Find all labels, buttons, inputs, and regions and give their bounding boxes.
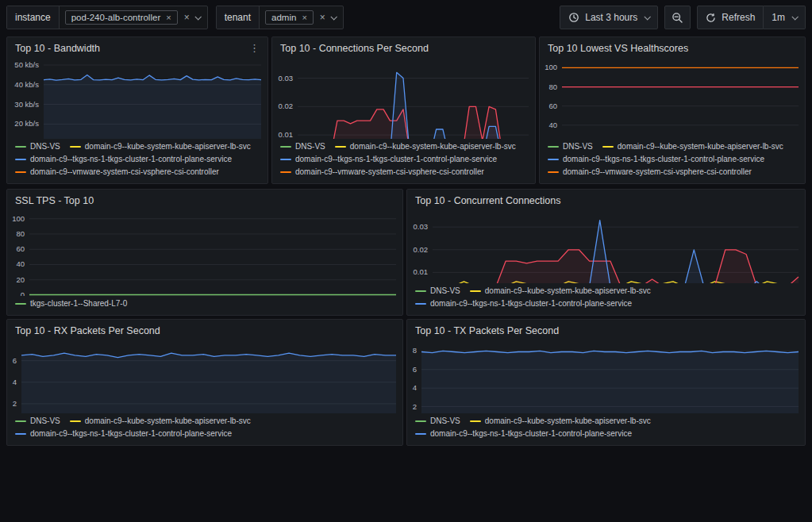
svg-text:2: 2 <box>413 402 417 411</box>
refresh-button[interactable]: Refresh <box>697 6 764 29</box>
panel-tx-packets-per-second: Top 10 - TX Packets Per Second 0246820:4… <box>406 319 806 446</box>
panel-header: Top 10 - TX Packets Per Second <box>407 320 805 339</box>
panel-rx-packets-per-second: Top 10 - RX Packets Per Second 024620:45… <box>6 319 403 446</box>
time-range-button[interactable]: Last 3 hours <box>560 6 658 29</box>
legend-item[interactable]: domain-c9--kube-system-kube-apiserver-lb… <box>335 141 516 152</box>
svg-text:4: 4 <box>13 378 17 386</box>
legend-line-icon <box>15 171 26 173</box>
legend-item[interactable]: domain-c9--vmware-system-csi-vsphere-csi… <box>280 167 484 177</box>
svg-text:0.01: 0.01 <box>279 130 294 139</box>
legend-line-icon <box>70 146 81 148</box>
svg-text:0: 0 <box>21 290 25 296</box>
filter-instance: instance pod-240-alb-controller × × <box>6 6 208 29</box>
filter-tenant-tag[interactable]: admin × <box>265 10 314 25</box>
legend-item[interactable]: DNS-VS <box>548 141 593 152</box>
chevron-down-icon[interactable] <box>330 13 337 20</box>
panel-title[interactable]: Top 10 - Concurrent Connections <box>415 195 560 206</box>
legend-line-icon <box>415 433 426 435</box>
legend-item[interactable]: DNS-VS <box>280 141 325 152</box>
legend-item[interactable]: domain-c9--vmware-system-csi-vsphere-csi… <box>548 167 752 177</box>
panel-title[interactable]: Top 10 - Connections Per Second <box>280 43 429 54</box>
panel-header: Top 10 Lowest VS Healthscores <box>540 37 805 56</box>
legend-item[interactable]: domain-c9--tkgs-ns-1-tkgs-cluster-1-cont… <box>15 154 232 164</box>
legend-item[interactable]: domain-c9--tkgs-ns-1-tkgs-cluster-1-cont… <box>280 154 497 164</box>
legend-line-icon <box>15 433 26 435</box>
legend-line-icon <box>280 146 291 148</box>
legend-item[interactable]: DNS-VS <box>415 286 460 296</box>
refresh-icon <box>706 13 716 23</box>
legend-item[interactable]: domain-c9--kube-system-kube-apiserver-lb… <box>602 141 783 152</box>
chevron-down-icon <box>791 13 798 20</box>
legend-line-icon <box>470 290 481 292</box>
legend-item[interactable]: domain-c9--kube-system-kube-apiserver-lb… <box>470 286 651 296</box>
legend-label: domain-c9--vmware-system-csi-vsphere-csi… <box>563 167 752 177</box>
svg-text:60: 60 <box>16 244 25 253</box>
panel-title[interactable]: SSL TPS - Top 10 <box>15 195 94 206</box>
legend-line-icon <box>548 146 559 148</box>
svg-text:40: 40 <box>16 259 25 268</box>
legend-item[interactable]: domain-c9--tkgs-ns-1-tkgs-cluster-1-cont… <box>415 428 632 439</box>
remove-tag-icon[interactable]: × <box>302 13 306 22</box>
legend-item[interactable]: domain-c9--tkgs-ns-1-tkgs-cluster-1-cont… <box>415 298 632 309</box>
svg-text:2: 2 <box>13 399 17 408</box>
legend-item[interactable]: tkgs-cluster-1--Shared-L7-0 <box>15 298 127 309</box>
legend-line-icon <box>15 420 26 422</box>
clear-filter-icon[interactable]: × <box>320 12 325 23</box>
panel-title[interactable]: Top 10 Lowest VS Healthscores <box>548 43 688 54</box>
legend-line-icon <box>15 146 26 148</box>
panel-title[interactable]: Top 10 - Bandwidth <box>15 43 100 54</box>
legend-item[interactable]: DNS-VS <box>15 141 60 152</box>
panel-title[interactable]: Top 10 - TX Packets Per Second <box>415 325 559 336</box>
panel-menu-icon[interactable]: ⋮ <box>249 44 260 52</box>
svg-text:0.01: 0.01 <box>414 267 429 276</box>
refresh-interval-button[interactable]: 1m <box>764 6 806 29</box>
refresh-interval-value: 1m <box>772 12 785 23</box>
svg-text:20 kb/s: 20 kb/s <box>14 119 39 128</box>
legend-item[interactable]: domain-c9--vmware-system-csi-vsphere-csi… <box>15 167 219 177</box>
legend-item[interactable]: domain-c9--kube-system-kube-apiserver-lb… <box>470 416 651 426</box>
chart-tx-packets-per-second[interactable]: 0246820:4521:0021:1521:3021:4522:0022:15… <box>407 339 805 413</box>
panel-concurrent-connections: Top 10 - Concurrent Connections 00.010.0… <box>406 189 806 316</box>
legend-line-icon <box>470 420 481 422</box>
zoom-out-button[interactable] <box>664 6 691 29</box>
legend-connections-per-second: DNS-VSdomain-c9--kube-system-kube-apiser… <box>272 139 535 183</box>
filter-instance-tag[interactable]: pod-240-alb-controller × <box>65 10 178 25</box>
panel-ssl-tps: SSL TPS - Top 10 02040608010020:4521:002… <box>6 189 403 316</box>
panel-header: Top 10 - Connections Per Second <box>272 37 535 56</box>
chevron-down-icon <box>645 13 651 20</box>
panel-title[interactable]: Top 10 - RX Packets Per Second <box>15 325 160 336</box>
refresh-label: Refresh <box>722 12 755 23</box>
legend-label: domain-c9--vmware-system-csi-vsphere-csi… <box>295 167 484 177</box>
legend-item[interactable]: domain-c9--tkgs-ns-1-tkgs-cluster-1-cont… <box>548 154 764 164</box>
svg-text:100: 100 <box>545 63 557 71</box>
legend-item[interactable]: domain-c9--kube-system-kube-apiserver-lb… <box>70 141 251 152</box>
panel-header: SSL TPS - Top 10 <box>7 190 402 209</box>
legend-ssl-tps: tkgs-cluster-1--Shared-L7-0 <box>7 296 402 315</box>
legend-label: DNS-VS <box>430 416 460 426</box>
chart-concurrent-connections[interactable]: 00.010.020.0320:4521:0021:1521:3021:4522… <box>407 209 805 283</box>
legend-item[interactable]: DNS-VS <box>15 416 60 426</box>
chevron-down-icon[interactable] <box>194 13 201 20</box>
svg-text:6: 6 <box>413 365 417 374</box>
chart-ssl-tps[interactable]: 02040608010020:4521:0021:1521:3021:4522:… <box>7 209 402 296</box>
chart-connections-per-second[interactable]: 00.010.020.0321:0021:3022:0022:3023:0023… <box>272 56 535 139</box>
chart-lowest-vs-healthscores[interactable]: 02040608010021:0021:3022:0022:3023:0023:… <box>540 56 805 139</box>
chart-bandwidth[interactable]: 0 b/s10 kb/s20 kb/s30 kb/s40 kb/s50 kb/s… <box>7 56 267 139</box>
panel-header: Top 10 - Bandwidth ⋮ <box>7 37 267 56</box>
legend-line-icon <box>280 159 291 160</box>
svg-text:80: 80 <box>548 83 557 91</box>
chart-rx-packets-per-second[interactable]: 024620:4521:0021:1521:3021:4522:0022:152… <box>7 339 402 413</box>
legend-item[interactable]: DNS-VS <box>415 416 460 426</box>
legend-concurrent-connections: DNS-VSdomain-c9--kube-system-kube-apiser… <box>407 283 805 315</box>
panel-header: Top 10 - Concurrent Connections <box>407 190 805 209</box>
svg-text:0.02: 0.02 <box>414 245 429 254</box>
clear-filter-icon[interactable]: × <box>184 12 190 23</box>
legend-line-icon <box>548 171 559 173</box>
legend-line-icon <box>415 303 426 305</box>
legend-item[interactable]: domain-c9--kube-system-kube-apiserver-lb… <box>70 416 251 426</box>
remove-tag-icon[interactable]: × <box>166 13 171 22</box>
svg-text:80: 80 <box>16 229 25 238</box>
legend-item[interactable]: domain-c9--tkgs-ns-1-tkgs-cluster-1-cont… <box>15 428 232 439</box>
legend-label: tkgs-cluster-1--Shared-L7-0 <box>30 298 127 309</box>
legend-label: domain-c9--kube-system-kube-apiserver-lb… <box>85 141 251 152</box>
